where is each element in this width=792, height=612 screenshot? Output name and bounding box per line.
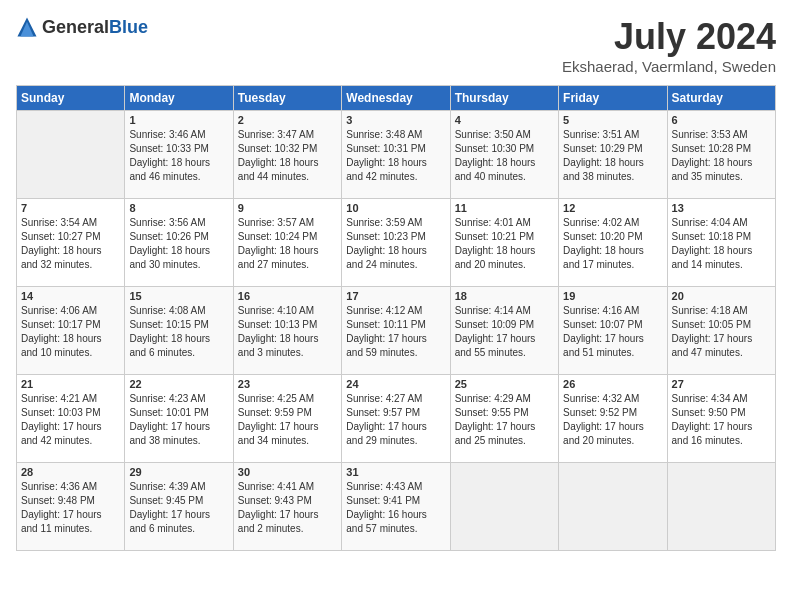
- day-number: 24: [346, 378, 445, 390]
- calendar-cell: 13 Sunrise: 4:04 AMSunset: 10:18 PMDayli…: [667, 199, 775, 287]
- day-info: Sunrise: 3:59 AMSunset: 10:23 PMDaylight…: [346, 217, 427, 270]
- calendar-cell: 11 Sunrise: 4:01 AMSunset: 10:21 PMDayli…: [450, 199, 558, 287]
- calendar-cell: 3 Sunrise: 3:48 AMSunset: 10:31 PMDaylig…: [342, 111, 450, 199]
- calendar-cell: [17, 111, 125, 199]
- day-info: Sunrise: 3:46 AMSunset: 10:33 PMDaylight…: [129, 129, 210, 182]
- day-number: 31: [346, 466, 445, 478]
- logo-icon: [16, 16, 38, 38]
- logo: GeneralBlue: [16, 16, 148, 38]
- location-title: Ekshaerad, Vaermland, Sweden: [562, 58, 776, 75]
- day-number: 1: [129, 114, 228, 126]
- day-number: 10: [346, 202, 445, 214]
- calendar-week-3: 14 Sunrise: 4:06 AMSunset: 10:17 PMDayli…: [17, 287, 776, 375]
- title-block: July 2024 Ekshaerad, Vaermland, Sweden: [562, 16, 776, 75]
- col-wednesday: Wednesday: [342, 86, 450, 111]
- day-info: Sunrise: 3:51 AMSunset: 10:29 PMDaylight…: [563, 129, 644, 182]
- logo-text-general: General: [42, 17, 109, 37]
- day-info: Sunrise: 4:23 AMSunset: 10:01 PMDaylight…: [129, 393, 210, 446]
- day-info: Sunrise: 4:25 AMSunset: 9:59 PMDaylight:…: [238, 393, 319, 446]
- day-info: Sunrise: 3:57 AMSunset: 10:24 PMDaylight…: [238, 217, 319, 270]
- col-friday: Friday: [559, 86, 667, 111]
- calendar-cell: 2 Sunrise: 3:47 AMSunset: 10:32 PMDaylig…: [233, 111, 341, 199]
- col-monday: Monday: [125, 86, 233, 111]
- day-number: 16: [238, 290, 337, 302]
- calendar-cell: 10 Sunrise: 3:59 AMSunset: 10:23 PMDayli…: [342, 199, 450, 287]
- day-number: 22: [129, 378, 228, 390]
- day-number: 17: [346, 290, 445, 302]
- day-info: Sunrise: 4:41 AMSunset: 9:43 PMDaylight:…: [238, 481, 319, 534]
- calendar-cell: 17 Sunrise: 4:12 AMSunset: 10:11 PMDayli…: [342, 287, 450, 375]
- day-number: 12: [563, 202, 662, 214]
- day-info: Sunrise: 4:21 AMSunset: 10:03 PMDaylight…: [21, 393, 102, 446]
- day-number: 28: [21, 466, 120, 478]
- day-number: 9: [238, 202, 337, 214]
- calendar-cell: 5 Sunrise: 3:51 AMSunset: 10:29 PMDaylig…: [559, 111, 667, 199]
- calendar-cell: 1 Sunrise: 3:46 AMSunset: 10:33 PMDaylig…: [125, 111, 233, 199]
- day-info: Sunrise: 4:32 AMSunset: 9:52 PMDaylight:…: [563, 393, 644, 446]
- calendar-cell: 4 Sunrise: 3:50 AMSunset: 10:30 PMDaylig…: [450, 111, 558, 199]
- day-info: Sunrise: 3:56 AMSunset: 10:26 PMDaylight…: [129, 217, 210, 270]
- day-info: Sunrise: 4:39 AMSunset: 9:45 PMDaylight:…: [129, 481, 210, 534]
- day-number: 13: [672, 202, 771, 214]
- calendar-cell: [667, 463, 775, 551]
- day-number: 25: [455, 378, 554, 390]
- calendar-cell: 29 Sunrise: 4:39 AMSunset: 9:45 PMDaylig…: [125, 463, 233, 551]
- calendar-week-1: 1 Sunrise: 3:46 AMSunset: 10:33 PMDaylig…: [17, 111, 776, 199]
- calendar-cell: 20 Sunrise: 4:18 AMSunset: 10:05 PMDayli…: [667, 287, 775, 375]
- calendar-cell: 28 Sunrise: 4:36 AMSunset: 9:48 PMDaylig…: [17, 463, 125, 551]
- day-number: 29: [129, 466, 228, 478]
- day-number: 21: [21, 378, 120, 390]
- day-info: Sunrise: 4:01 AMSunset: 10:21 PMDaylight…: [455, 217, 536, 270]
- calendar-cell: 15 Sunrise: 4:08 AMSunset: 10:15 PMDayli…: [125, 287, 233, 375]
- day-info: Sunrise: 4:14 AMSunset: 10:09 PMDaylight…: [455, 305, 536, 358]
- calendar-cell: 21 Sunrise: 4:21 AMSunset: 10:03 PMDayli…: [17, 375, 125, 463]
- day-info: Sunrise: 4:29 AMSunset: 9:55 PMDaylight:…: [455, 393, 536, 446]
- col-saturday: Saturday: [667, 86, 775, 111]
- day-number: 19: [563, 290, 662, 302]
- calendar-cell: 18 Sunrise: 4:14 AMSunset: 10:09 PMDayli…: [450, 287, 558, 375]
- day-number: 7: [21, 202, 120, 214]
- calendar-cell: 6 Sunrise: 3:53 AMSunset: 10:28 PMDaylig…: [667, 111, 775, 199]
- day-info: Sunrise: 4:36 AMSunset: 9:48 PMDaylight:…: [21, 481, 102, 534]
- day-number: 5: [563, 114, 662, 126]
- day-number: 23: [238, 378, 337, 390]
- calendar-week-4: 21 Sunrise: 4:21 AMSunset: 10:03 PMDayli…: [17, 375, 776, 463]
- day-info: Sunrise: 3:48 AMSunset: 10:31 PMDaylight…: [346, 129, 427, 182]
- calendar-week-5: 28 Sunrise: 4:36 AMSunset: 9:48 PMDaylig…: [17, 463, 776, 551]
- day-number: 14: [21, 290, 120, 302]
- calendar-cell: [559, 463, 667, 551]
- calendar-table: Sunday Monday Tuesday Wednesday Thursday…: [16, 85, 776, 551]
- calendar-cell: [450, 463, 558, 551]
- day-number: 27: [672, 378, 771, 390]
- col-thursday: Thursday: [450, 86, 558, 111]
- calendar-cell: 14 Sunrise: 4:06 AMSunset: 10:17 PMDayli…: [17, 287, 125, 375]
- day-number: 20: [672, 290, 771, 302]
- day-info: Sunrise: 4:18 AMSunset: 10:05 PMDaylight…: [672, 305, 753, 358]
- calendar-cell: 12 Sunrise: 4:02 AMSunset: 10:20 PMDayli…: [559, 199, 667, 287]
- day-number: 11: [455, 202, 554, 214]
- day-info: Sunrise: 4:06 AMSunset: 10:17 PMDaylight…: [21, 305, 102, 358]
- day-number: 15: [129, 290, 228, 302]
- day-info: Sunrise: 4:43 AMSunset: 9:41 PMDaylight:…: [346, 481, 427, 534]
- day-info: Sunrise: 4:12 AMSunset: 10:11 PMDaylight…: [346, 305, 427, 358]
- day-number: 18: [455, 290, 554, 302]
- calendar-cell: 8 Sunrise: 3:56 AMSunset: 10:26 PMDaylig…: [125, 199, 233, 287]
- day-number: 6: [672, 114, 771, 126]
- col-tuesday: Tuesday: [233, 86, 341, 111]
- day-info: Sunrise: 4:08 AMSunset: 10:15 PMDaylight…: [129, 305, 210, 358]
- day-number: 3: [346, 114, 445, 126]
- calendar-cell: 24 Sunrise: 4:27 AMSunset: 9:57 PMDaylig…: [342, 375, 450, 463]
- day-info: Sunrise: 4:10 AMSunset: 10:13 PMDaylight…: [238, 305, 319, 358]
- calendar-cell: 9 Sunrise: 3:57 AMSunset: 10:24 PMDaylig…: [233, 199, 341, 287]
- day-number: 26: [563, 378, 662, 390]
- day-info: Sunrise: 4:04 AMSunset: 10:18 PMDaylight…: [672, 217, 753, 270]
- calendar-cell: 7 Sunrise: 3:54 AMSunset: 10:27 PMDaylig…: [17, 199, 125, 287]
- calendar-cell: 19 Sunrise: 4:16 AMSunset: 10:07 PMDayli…: [559, 287, 667, 375]
- day-info: Sunrise: 3:54 AMSunset: 10:27 PMDaylight…: [21, 217, 102, 270]
- calendar-cell: 25 Sunrise: 4:29 AMSunset: 9:55 PMDaylig…: [450, 375, 558, 463]
- day-info: Sunrise: 4:27 AMSunset: 9:57 PMDaylight:…: [346, 393, 427, 446]
- header-row: Sunday Monday Tuesday Wednesday Thursday…: [17, 86, 776, 111]
- calendar-cell: 16 Sunrise: 4:10 AMSunset: 10:13 PMDayli…: [233, 287, 341, 375]
- day-number: 2: [238, 114, 337, 126]
- logo-text-blue: Blue: [109, 17, 148, 37]
